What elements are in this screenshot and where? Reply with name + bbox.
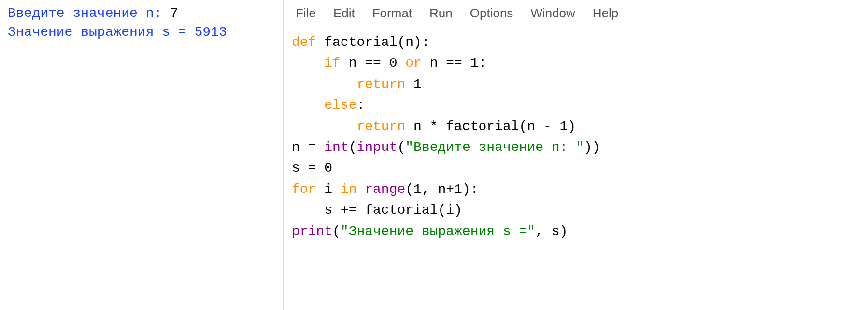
menu-format[interactable]: Format	[372, 6, 412, 21]
menu-run[interactable]: Run	[429, 6, 453, 21]
editor-pane: File Edit Format Run Options Window Help…	[284, 0, 868, 310]
console-line-2: Значение выражения s = 5913	[8, 23, 275, 42]
indent	[292, 98, 324, 113]
prompt-text: Введите значение n:	[8, 6, 170, 21]
menu-help[interactable]: Help	[593, 6, 618, 21]
string-literal: "Значение выражения s ="	[341, 224, 535, 239]
keyword-return: return	[356, 77, 405, 92]
code-text: n == 0	[341, 56, 405, 71]
code-text: n * factorial(n - 1)	[405, 119, 576, 134]
code-text: (	[332, 224, 341, 239]
keyword-return: return	[356, 119, 405, 134]
code-text: 1	[405, 77, 422, 92]
indent	[292, 56, 324, 71]
keyword-or: or	[405, 56, 422, 71]
code-text: n =	[292, 140, 324, 155]
code-text: ))	[584, 140, 600, 155]
code-text: (	[349, 140, 357, 155]
code-text: :	[356, 98, 365, 113]
code-text: , s)	[535, 224, 568, 239]
code-text: n == 1:	[422, 56, 486, 71]
code-text: (1, n+1):	[405, 182, 478, 197]
result-label: Значение выражения s =	[8, 25, 194, 40]
menu-bar: File Edit Format Run Options Window Help	[284, 0, 868, 28]
menu-window[interactable]: Window	[530, 6, 575, 21]
keyword-for: for	[292, 182, 316, 197]
menu-edit[interactable]: Edit	[333, 6, 355, 21]
string-literal: "Введите значение n: "	[405, 140, 584, 155]
builtin-int: int	[324, 140, 348, 155]
indent	[292, 119, 356, 134]
keyword-else: else	[324, 98, 356, 113]
console-line-1: Введите значение n: 7	[8, 4, 275, 23]
indent	[292, 203, 324, 218]
builtin-input: input	[356, 140, 397, 155]
code-text: s += factorial(i)	[324, 203, 462, 218]
builtin-print: print	[292, 224, 332, 239]
code-text: factorial(n):	[316, 35, 429, 50]
console-output-pane: Введите значение n: 7 Значение выражения…	[0, 0, 284, 310]
menu-options[interactable]: Options	[470, 6, 513, 21]
builtin-range: range	[365, 182, 405, 197]
code-editor[interactable]: def factorial(n): if n == 0 or n == 1: r…	[284, 28, 868, 246]
user-input-value: 7	[170, 6, 178, 21]
code-text: (	[397, 140, 405, 155]
keyword-if: if	[324, 56, 341, 71]
menu-file[interactable]: File	[296, 6, 316, 21]
code-text: s = 0	[292, 161, 332, 176]
code-text: i	[316, 182, 340, 197]
code-text	[356, 182, 365, 197]
result-value: 5913	[194, 25, 227, 40]
indent	[292, 77, 356, 92]
keyword-def: def	[292, 35, 316, 50]
keyword-in: in	[341, 182, 357, 197]
